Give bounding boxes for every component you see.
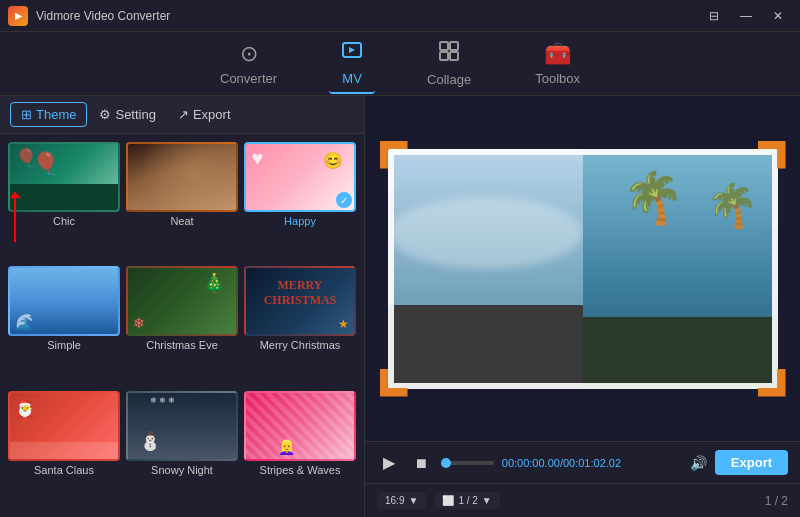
tab-converter-label: Converter bbox=[220, 71, 277, 86]
theme-christmas-eve-label: Christmas Eve bbox=[146, 339, 218, 351]
theme-thumb-snowy-night: ❄ ❄ ❄ ⛄ bbox=[126, 391, 238, 461]
preview-area: 🌴 🌴 bbox=[365, 96, 800, 441]
tab-collage[interactable]: Collage bbox=[415, 34, 483, 93]
theme-item-simple[interactable]: 🌊 Simple bbox=[8, 266, 120, 384]
speaker-icon[interactable]: 🔊 bbox=[690, 455, 707, 471]
theme-neat-label: Neat bbox=[170, 215, 193, 227]
tab-toolbox[interactable]: 🧰 Toolbox bbox=[523, 35, 592, 92]
nav-tabs: ⊙ Converter MV Collage 🧰 Toolbox bbox=[0, 32, 800, 96]
theme-simple-label: Simple bbox=[47, 339, 81, 351]
converter-icon: ⊙ bbox=[240, 41, 258, 67]
theme-thumb-christmas-eve: 🎄 ❄ bbox=[126, 266, 238, 336]
aspect-ratio-value: 16:9 bbox=[385, 495, 404, 506]
theme-thumb-neat bbox=[126, 142, 238, 212]
setting-label: Setting bbox=[115, 107, 155, 122]
preview-right-clip: 🌴 🌴 bbox=[583, 149, 778, 389]
app-logo: ▶ bbox=[8, 6, 28, 26]
theme-item-happy[interactable]: 😊 ♥ ✓ Happy bbox=[244, 142, 356, 260]
tab-mv[interactable]: MV bbox=[329, 33, 375, 94]
theme-thumb-stripes-waves: 👱‍♀️ bbox=[244, 391, 356, 461]
sub-toolbar: ⊞ Theme ⚙ Setting ↗ Export bbox=[0, 96, 364, 134]
theme-thumb-santa-claus: 🎅 bbox=[8, 391, 120, 461]
toolbox-icon: 🧰 bbox=[544, 41, 571, 67]
time-current: 00:00:00.00 bbox=[502, 457, 560, 469]
tab-mv-label: MV bbox=[342, 71, 362, 86]
theme-icon: ⊞ bbox=[21, 107, 32, 122]
setting-button[interactable]: ⚙ Setting bbox=[89, 103, 165, 126]
tab-converter[interactable]: ⊙ Converter bbox=[208, 35, 289, 92]
clip-fraction-chevron: ▼ bbox=[482, 495, 492, 506]
collage-icon bbox=[438, 40, 460, 68]
theme-santa-claus-label: Santa Claus bbox=[34, 464, 94, 476]
theme-thumb-merry-christmas: MERRYCHRISTMAS ★ bbox=[244, 266, 356, 336]
svg-rect-3 bbox=[440, 52, 448, 60]
close-button[interactable]: ✕ bbox=[764, 5, 792, 27]
export-sub-label: Export bbox=[193, 107, 231, 122]
titlebar: ▶ Vidmore Video Converter ⊟ — ✕ bbox=[0, 0, 800, 32]
theme-item-santa-claus[interactable]: 🎅 Santa Claus bbox=[8, 391, 120, 509]
stop-button[interactable]: ⏹ bbox=[409, 451, 433, 475]
playback-bar: ▶ ⏹ 00:00:00.00/00:01:02.02 🔊 Export bbox=[365, 441, 800, 483]
maximize-button[interactable]: — bbox=[732, 5, 760, 27]
theme-grid: 🎈 🎈 Chic Neat 😊 bbox=[0, 134, 364, 517]
theme-item-merry-christmas[interactable]: MERRYCHRISTMAS ★ Merry Christmas bbox=[244, 266, 356, 384]
theme-thumb-chic: 🎈 🎈 bbox=[8, 142, 120, 212]
clip-fraction-icon: ⬜ bbox=[442, 495, 454, 506]
aspect-ratio-chevron: ▼ bbox=[408, 495, 418, 506]
mv-icon bbox=[341, 39, 363, 67]
theme-thumb-happy: 😊 ♥ ✓ bbox=[244, 142, 356, 212]
theme-happy-label: Happy bbox=[284, 215, 316, 227]
export-button[interactable]: Export bbox=[715, 450, 788, 475]
theme-item-stripes-waves[interactable]: 👱‍♀️ Stripes & Waves bbox=[244, 391, 356, 509]
theme-button[interactable]: ⊞ Theme bbox=[10, 102, 87, 127]
tab-collage-label: Collage bbox=[427, 72, 471, 87]
svg-rect-2 bbox=[450, 42, 458, 50]
progress-bar[interactable] bbox=[441, 461, 494, 465]
clip-fraction-value: 1 / 2 bbox=[458, 495, 477, 506]
theme-thumb-simple: 🌊 bbox=[8, 266, 120, 336]
minimize-button[interactable]: ⊟ bbox=[700, 5, 728, 27]
play-button[interactable]: ▶ bbox=[377, 451, 401, 475]
progress-dot bbox=[441, 458, 451, 468]
app-title: Vidmore Video Converter bbox=[36, 9, 170, 23]
theme-stripes-waves-label: Stripes & Waves bbox=[260, 464, 341, 476]
theme-item-snowy-night[interactable]: ❄ ❄ ❄ ⛄ Snowy Night bbox=[126, 391, 238, 509]
tab-toolbox-label: Toolbox bbox=[535, 71, 580, 86]
titlebar-left: ▶ Vidmore Video Converter bbox=[8, 6, 170, 26]
theme-snowy-night-label: Snowy Night bbox=[151, 464, 213, 476]
theme-selected-check: ✓ bbox=[336, 192, 352, 208]
clip-fraction-select[interactable]: ⬜ 1 / 2 ▼ bbox=[434, 492, 499, 509]
preview-video: 🌴 🌴 bbox=[388, 149, 778, 389]
time-display: 00:00:00.00/00:01:02.02 bbox=[502, 457, 621, 469]
preview-split-view: 🌴 🌴 bbox=[388, 149, 778, 389]
format-bar: 16:9 ▼ ⬜ 1 / 2 ▼ 1 / 2 bbox=[365, 483, 800, 517]
theme-item-christmas-eve[interactable]: 🎄 ❄ Christmas Eve bbox=[126, 266, 238, 384]
theme-chic-label: Chic bbox=[53, 215, 75, 227]
theme-label: Theme bbox=[36, 107, 76, 122]
theme-merry-christmas-label: Merry Christmas bbox=[260, 339, 341, 351]
theme-item-neat[interactable]: Neat bbox=[126, 142, 238, 260]
time-total: 00:01:02.02 bbox=[563, 457, 621, 469]
svg-rect-1 bbox=[440, 42, 448, 50]
setting-icon: ⚙ bbox=[99, 107, 111, 122]
right-panel: 🌴 🌴 ▶ ⏹ 00:00:00.00/00:01:02.02 bbox=[365, 96, 800, 517]
window-controls: ⊟ — ✕ bbox=[700, 5, 792, 27]
page-indicator: 1 / 2 bbox=[765, 494, 788, 508]
main-area: ⊞ Theme ⚙ Setting ↗ Export 🎈 🎈 bbox=[0, 96, 800, 517]
export-icon: ↗ bbox=[178, 107, 189, 122]
theme-item-chic[interactable]: 🎈 🎈 Chic bbox=[8, 142, 120, 260]
svg-rect-4 bbox=[450, 52, 458, 60]
export-sub-button[interactable]: ↗ Export bbox=[168, 103, 241, 126]
preview-left-clip bbox=[388, 149, 583, 389]
red-arrow-indicator bbox=[14, 192, 16, 242]
left-panel: ⊞ Theme ⚙ Setting ↗ Export 🎈 🎈 bbox=[0, 96, 365, 517]
preview-frame: 🌴 🌴 bbox=[388, 149, 778, 389]
aspect-ratio-select[interactable]: 16:9 ▼ bbox=[377, 492, 426, 509]
